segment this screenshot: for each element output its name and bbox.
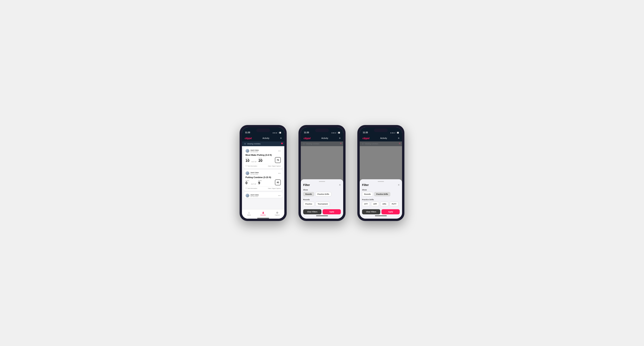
card-menu-1-1[interactable]: ••• [278,150,281,152]
phone-shell-2: 11:33 ▲▲▲ ⟩ ⬜ clippd Activity ≡ ⊞ View [298,125,346,221]
status-time-2: 11:33 [304,132,309,134]
card-header-1-2: Josh Coles 28 Feb 2023 ••• [246,171,281,175]
info-icon-1-1: ⓘ [246,165,247,167]
filter-sheet-3: Filter ✕ Show Rounds Practice Drills Pra… [360,179,402,219]
home-icon-1: ⌂ [248,211,250,214]
avatar-1-2 [246,171,250,175]
user-date-1-3: 28 Feb 2023 [250,196,259,197]
score-block-1-2: Score 0 [246,180,249,185]
filter-show-buttons-3: Rounds Practice Drills [362,192,400,196]
card-footer-left-1-2: ⓘ Test Information [246,187,257,189]
phone-screen-2: 11:33 ▲▲▲ ⟩ ⬜ clippd Activity ≡ ⊞ View [301,127,343,219]
avatar-1-3 [246,193,250,197]
tab-capture-1[interactable]: ⊕ Capture [270,211,284,216]
filter-btn-app-3[interactable]: APP [371,202,379,206]
user-name-1-1: Josh Coles [250,149,259,151]
filter-actions-3: Clear Filters Apply [362,209,400,214]
shot-quality-value-1-2: 45 [277,181,279,183]
status-icons-1: ▲▲▲ ⟩ ⬜ [272,132,281,134]
shots-value-1-2: 9 [258,181,260,185]
card-stats-1-1: Score 10 OUT OF Shots 20 75 [246,157,281,163]
score-block-1-1: Score 10 [246,158,250,163]
activity-card-1-1: Josh Coles 28 Feb 2023 ••• Must Make Put… [244,147,283,169]
shot-quality-badge-1-2: 45 [275,179,281,185]
apply-button-3[interactable]: Apply [382,209,400,214]
filter-handle-3 [378,181,384,182]
status-icons-2: ▲▲▲ ⟩ ⬜ [331,132,340,134]
phone-shell-3: 11:33 ▲▲▲ ⟩ ⬜ clippd Activity ≡ ⊞ View [357,125,404,221]
card-menu-1-2[interactable]: ••• [278,172,281,174]
shots-value-1-1: 20 [258,159,262,163]
shot-quality-value-1-1: 75 [277,159,279,161]
avatar-img-1-3 [246,194,249,197]
filter-close-2[interactable]: ✕ [339,183,341,186]
home-label-1: Home [247,214,251,216]
home-indicator-2 [303,215,341,216]
score-value-1-1: 10 [246,159,250,163]
user-date-1-2: 28 Feb 2023 [250,173,259,175]
nav-menu-2[interactable]: ≡ [339,137,340,140]
filter-header-2: Filter ✕ [303,183,341,186]
filter-btn-rounds-2[interactable]: Rounds [303,192,314,196]
filter-header-3: Filter ✕ [362,183,400,186]
activity-card-1-3: Josh Coles 28 Feb 2023 ••• [244,192,283,198]
signal-icon-3: ▲▲▲ [390,132,395,134]
clear-filters-button-3[interactable]: Clear Filters [362,209,380,214]
activities-icon-1: ♟ [262,211,264,214]
filter-show-buttons-2: Rounds Practice Drills [303,192,341,196]
filter-btn-tournament-2[interactable]: Tournament [316,202,330,206]
out-of-1-1: OUT OF [251,161,256,163]
avatar-img-1-1 [246,149,249,153]
card-footer-1-2: ⓘ Test Information Data: Clippd Capture [246,186,281,189]
filter-close-3[interactable]: ✕ [398,183,400,186]
capture-icon-1: ⊕ [276,211,278,214]
phone-screen-3: 11:33 ▲▲▲ ⟩ ⬜ clippd Activity ≡ ⊞ View [360,127,402,219]
avatar-1-1 [246,149,250,153]
filter-btn-practice-drills-2[interactable]: Practice Drills [315,192,332,196]
filter-show-label-2: Show [303,189,341,191]
tab-activities-1[interactable]: ♟ Activities [256,211,270,216]
nav-menu-3[interactable]: ≡ [398,137,399,140]
card-header-1-3: Josh Coles 28 Feb 2023 ••• [246,193,281,197]
battery-icon-2: ⬜ [338,132,340,134]
battery-icon-3: ⬜ [397,132,399,134]
filter-btn-rounds-3[interactable]: Rounds [362,192,373,196]
shots-block-1-2: Shots 9 [258,180,262,185]
tab-home-1[interactable]: ⌂ Home [242,211,256,216]
avatar-img-1-2 [246,172,249,175]
card-footer-right-1-1: Data: Clippd Capture [268,165,281,167]
viewing-bar-text-1: Viewing Activities [247,143,260,145]
status-time-1: 11:33 [245,132,250,134]
battery-icon-1: ⬜ [279,132,281,134]
viewing-bar-dot-1 [281,143,283,144]
filter-btn-practice-drills-3[interactable]: Practice Drills [374,192,390,196]
card-user-1-1: Josh Coles 28 Feb 2023 [246,149,259,153]
nav-logo-2: clippd [304,137,310,140]
filter-btn-putt-3[interactable]: PUTT [390,202,399,206]
home-indicator-bar-3 [375,215,387,216]
filter-btn-arg-3[interactable]: ARG [380,202,388,206]
apply-button-2[interactable]: Apply [322,209,341,214]
nav-menu-1[interactable]: ≡ [280,137,282,140]
filter-btn-practice-2[interactable]: Practice [303,202,314,206]
activity-card-1-2: Josh Coles 28 Feb 2023 ••• Putting Combi… [244,170,283,191]
info-text-1-1: Test Information [248,165,257,167]
filter-rounds-label-2: Rounds [303,199,341,201]
user-name-1-3: Josh Coles [250,194,259,196]
home-indicator-bar-1 [257,218,269,218]
phones-container: 11:33 ▲▲▲ ⟩ ⬜ clippd Activity ≡ ⊞ View [240,125,404,221]
signal-icon-2: ▲▲▲ [331,132,336,134]
nav-logo-1: clippd [245,137,252,140]
home-indicator-3 [362,215,400,216]
viewing-bar-icon-1: ⊞ [244,143,246,145]
card-user-1-2: Josh Coles 28 Feb 2023 [246,171,259,175]
clear-filters-button-2[interactable]: Clear Filters [303,209,322,214]
card-menu-1-3[interactable]: ••• [278,194,281,197]
user-date-1-1: 28 Feb 2023 [250,151,259,153]
filter-actions-2: Clear Filters Apply [303,209,341,214]
filter-btn-ott-3[interactable]: OTT [362,202,370,206]
viewing-activities-bar-1[interactable]: ⊞ Viewing Activities [242,142,284,146]
card-footer-1-1: ⓘ Test Information Data: Clippd Capture [246,164,281,167]
nav-title-2: Activity [322,137,328,139]
status-time-3: 11:33 [363,132,368,134]
